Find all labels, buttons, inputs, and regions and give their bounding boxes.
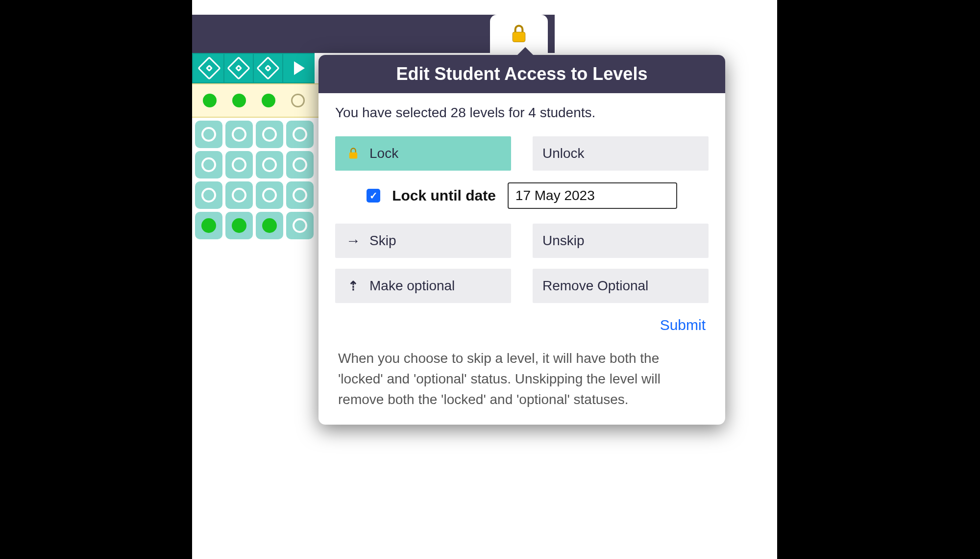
- play-icon: [289, 59, 307, 77]
- selection-dot[interactable]: [232, 94, 246, 107]
- level-cell[interactable]: [225, 212, 253, 239]
- popover-title: Edit Student Access to Levels: [318, 55, 725, 93]
- selected-summary: You have selected 28 levels for 4 studen…: [335, 105, 709, 121]
- level-header-cell[interactable]: [195, 54, 224, 82]
- level-cell[interactable]: [195, 212, 222, 239]
- ring-icon: [201, 127, 216, 142]
- ring-icon: [201, 157, 216, 172]
- level-cell[interactable]: [256, 121, 283, 148]
- remove-optional-label: Remove Optional: [542, 278, 648, 294]
- filled-dot-icon: [201, 218, 216, 233]
- table-row: [195, 212, 314, 239]
- ring-icon: [201, 188, 216, 203]
- selection-dot[interactable]: [262, 94, 275, 107]
- ring-icon: [232, 188, 246, 203]
- check-icon: ✓: [369, 190, 378, 202]
- ring-icon: [232, 157, 246, 172]
- ring-icon: [293, 188, 307, 203]
- level-header-row: [192, 53, 315, 83]
- branch-arrow-icon: ⇡: [345, 279, 362, 294]
- level-cell[interactable]: [225, 181, 253, 209]
- level-cell[interactable]: [256, 212, 283, 239]
- lock-icon: [345, 147, 362, 160]
- level-header-cell[interactable]: [254, 54, 283, 82]
- unlock-button[interactable]: Unlock: [533, 136, 709, 171]
- level-cell[interactable]: [256, 151, 283, 178]
- level-header-cell[interactable]: [224, 54, 254, 82]
- ring-icon: [293, 157, 307, 172]
- student-grid: [192, 118, 317, 242]
- ring-icon: [262, 188, 277, 203]
- svg-rect-2: [349, 152, 357, 159]
- selection-dot[interactable]: [203, 94, 217, 107]
- ring-icon: [232, 127, 246, 142]
- unskip-label: Unskip: [542, 233, 585, 249]
- level-cell[interactable]: [195, 121, 222, 148]
- diamond-icon: [256, 56, 280, 80]
- selection-dot[interactable]: [291, 94, 305, 107]
- ring-icon: [262, 127, 277, 142]
- unskip-button[interactable]: Unskip: [533, 224, 709, 258]
- svg-rect-0: [513, 32, 525, 42]
- edit-access-popover: Edit Student Access to Levels You have s…: [318, 55, 725, 425]
- make-optional-button[interactable]: ⇡ Make optional: [335, 269, 511, 303]
- submit-button[interactable]: Submit: [660, 317, 706, 333]
- filled-dot-icon: [232, 218, 246, 233]
- lock-until-date-input[interactable]: [508, 182, 677, 209]
- lock-until-label: Lock until date: [392, 187, 496, 204]
- ring-icon: [262, 157, 277, 172]
- lock-label: Lock: [369, 146, 398, 161]
- ring-icon: [293, 127, 307, 142]
- level-cell[interactable]: [286, 151, 314, 178]
- level-cell[interactable]: [195, 151, 222, 178]
- ring-icon: [293, 218, 307, 233]
- level-cell[interactable]: [286, 212, 314, 239]
- table-row: [195, 121, 314, 148]
- diamond-icon: [227, 56, 250, 80]
- skip-label: Skip: [369, 233, 396, 249]
- remove-optional-button[interactable]: Remove Optional: [533, 269, 709, 303]
- level-header-cell[interactable]: [283, 54, 313, 82]
- filled-dot-icon: [262, 218, 277, 233]
- make-optional-label: Make optional: [369, 278, 455, 294]
- level-cell[interactable]: [286, 181, 314, 209]
- skip-button[interactable]: → Skip: [335, 224, 511, 258]
- selection-summary-row: [192, 83, 319, 118]
- unlock-label: Unlock: [542, 146, 585, 161]
- level-cell[interactable]: [286, 121, 314, 148]
- diamond-icon: [197, 56, 221, 80]
- level-cell[interactable]: [195, 181, 222, 209]
- table-row: [195, 151, 314, 178]
- level-cell[interactable]: [225, 151, 253, 178]
- lock-until-checkbox[interactable]: ✓: [367, 189, 380, 203]
- help-text: When you choose to skip a level, it will…: [318, 333, 725, 410]
- level-cell[interactable]: [256, 181, 283, 209]
- table-row: [195, 181, 314, 209]
- lock-until-row: ✓ Lock until date: [335, 182, 709, 209]
- lock-button[interactable]: Lock: [335, 136, 511, 171]
- arrow-right-icon: →: [345, 232, 362, 249]
- lock-icon: [508, 23, 530, 45]
- level-cell[interactable]: [225, 121, 253, 148]
